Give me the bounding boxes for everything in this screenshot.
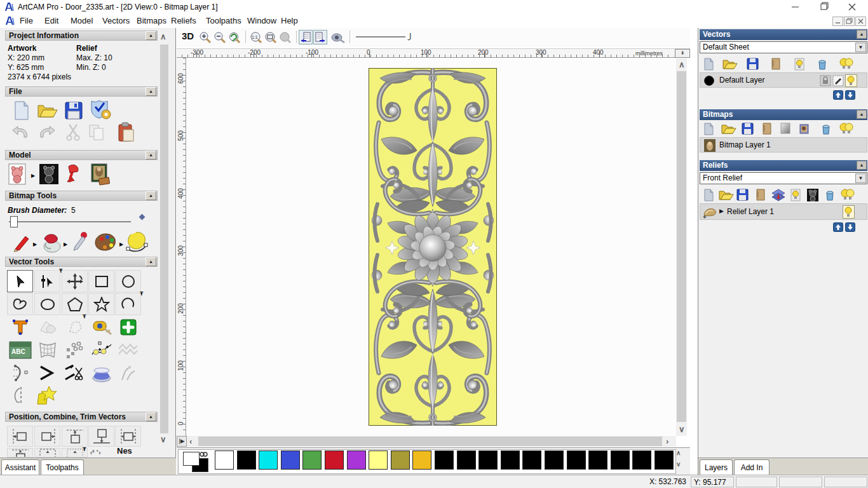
edit-layer-icon[interactable] [832,75,844,86]
colour-swatch[interactable] [632,451,651,470]
scroll-left-arrow[interactable]: ‹ [189,437,192,446]
stack-reliefs-icon[interactable] [771,188,786,202]
new-model-icon[interactable] [11,100,31,121]
zoom-in-icon[interactable] [198,30,212,44]
redo-icon[interactable] [37,125,56,141]
arc-tool[interactable] [115,293,141,315]
collapse-bitmap-tools-button[interactable]: ▲ [146,191,156,200]
open-relief-layer-icon[interactable] [719,189,734,201]
select-tool[interactable] [7,270,33,292]
colour-swatch[interactable] [478,451,498,470]
view-slider-handle[interactable]: Ｊ [404,30,414,44]
vector-layer-row[interactable]: Default Layer [700,72,867,88]
merge-layers-icon[interactable] [770,57,782,71]
tab-toolpaths[interactable]: Toolpaths [41,459,84,475]
tab-assistant[interactable]: Assistant [1,459,39,475]
colour-swatch[interactable] [215,451,234,470]
paint-icon[interactable] [11,231,33,253]
relief-layer-name[interactable]: Relief Layer 1 [727,207,774,216]
menu-toolpaths[interactable]: Toolpaths [206,16,241,25]
colour-swatch[interactable] [457,451,476,470]
colour-swatch[interactable] [611,451,630,470]
relief-visibility-icon[interactable] [790,188,801,202]
brush-slider-track[interactable] [9,221,131,222]
collapse-file-button[interactable]: ▲ [146,87,156,96]
delete-bitmap-layer-icon[interactable] [820,123,832,135]
layer-colour-swatch[interactable] [704,76,714,86]
envelope-distort-tool[interactable] [34,339,60,361]
paste-along-curve-tool[interactable] [88,339,114,361]
cut-icon[interactable] [65,123,81,141]
colour-swatch[interactable] [391,451,410,470]
zoom-previous-icon[interactable] [227,30,241,44]
menu-reliefs[interactable]: Reliefs [171,16,196,25]
next-view-button[interactable] [313,30,327,44]
relief-dropdown[interactable]: Front Relief ▼ [700,172,867,184]
open-icon[interactable] [37,102,58,119]
align-top-tool[interactable] [62,426,88,447]
measure-tool[interactable] [88,316,114,338]
view-slider-track[interactable] [356,36,405,37]
palette-scroll-down[interactable]: ∨ [676,461,681,468]
child-restore-button[interactable] [844,17,855,26]
primary-colour[interactable] [183,452,200,466]
two-rail-sweep-tool[interactable] [115,362,141,384]
group-vectors-tool[interactable] [34,448,60,458]
zoom-fit-icon[interactable] [264,30,278,44]
open-bitmap-layer-icon[interactable] [721,123,736,135]
menu-edit[interactable]: Edit [44,16,58,25]
colour-swatch[interactable] [347,451,366,470]
mirror-vectors-tool[interactable] [7,384,33,407]
child-close-button[interactable] [855,17,866,26]
horizontal-scrollbar[interactable]: |▶ ‹ › [177,436,676,447]
scroll-right-arrow[interactable]: › [666,437,668,446]
align-right-tool[interactable] [34,426,60,447]
align-centre-tool[interactable] [115,426,141,447]
palette-scroll-up[interactable]: ∧ [676,449,681,456]
node-edit-tool[interactable] [34,270,60,292]
collapse-bitmaps-button[interactable]: ▲ [857,110,867,119]
collapse-vector-tools-button[interactable]: ▲ [146,257,156,266]
relief-layer-row[interactable]: + ▶ Relief Layer 1 [700,203,867,220]
save-bitmap-layer-icon[interactable] [742,123,754,135]
trim-vectors-tool[interactable] [62,362,88,384]
save-icon[interactable] [64,101,83,120]
minimize-button[interactable] [781,0,809,14]
merge-bitmap-layers-icon[interactable] [761,122,773,135]
menu-bitmaps[interactable]: Bitmaps [137,16,166,25]
collapse-model-button[interactable]: ▲ [146,151,156,159]
lock-layer-icon[interactable] [820,75,831,86]
collapse-vectors-button[interactable]: ▲ [857,30,867,39]
flood-fill-icon[interactable] [39,231,64,254]
colour-swatch[interactable] [259,451,278,470]
door-relief-artwork[interactable] [369,68,497,426]
tab-addin[interactable]: Add In [734,459,770,475]
zoom-selection-icon[interactable] [278,30,292,44]
circle-tool[interactable] [34,293,60,315]
rectangle-tool[interactable] [88,270,114,292]
move-relief-down-button[interactable] [845,222,855,232]
zoom-1to1-icon[interactable]: 1:1 [249,30,263,44]
maximize-button[interactable] [809,0,837,14]
save-relief-layer-icon[interactable] [736,189,749,201]
panel-scroll-up[interactable]: ∧ [160,32,166,41]
move-layer-up-button[interactable] [833,90,843,100]
brush-slider-handle[interactable] [10,216,18,227]
colour-swatch[interactable] [369,451,388,470]
toggle-view-icon[interactable] [330,31,346,44]
flyout-arrow[interactable]: ▶ [33,241,37,247]
centre-in-page-tool[interactable] [7,448,33,458]
weld-vectors-tool[interactable] [34,316,60,338]
collapse-reliefs-button[interactable]: ▲ [857,161,867,170]
ellipse-tool[interactable] [115,270,141,292]
colour-swatch[interactable] [325,451,344,470]
undo-icon[interactable] [11,125,31,141]
vertical-scrollbar[interactable]: ∧ ∨ [676,58,687,436]
align-bottom-tool[interactable] [88,426,114,447]
menu-vectors[interactable]: Vectors [102,16,130,25]
save-vector-layer-icon[interactable] [747,58,759,70]
tab-layers[interactable]: Layers [700,459,733,475]
colour-swatch[interactable] [435,451,454,470]
invert-model-icon[interactable] [38,163,60,186]
load-bitmap-icon[interactable] [89,163,111,186]
